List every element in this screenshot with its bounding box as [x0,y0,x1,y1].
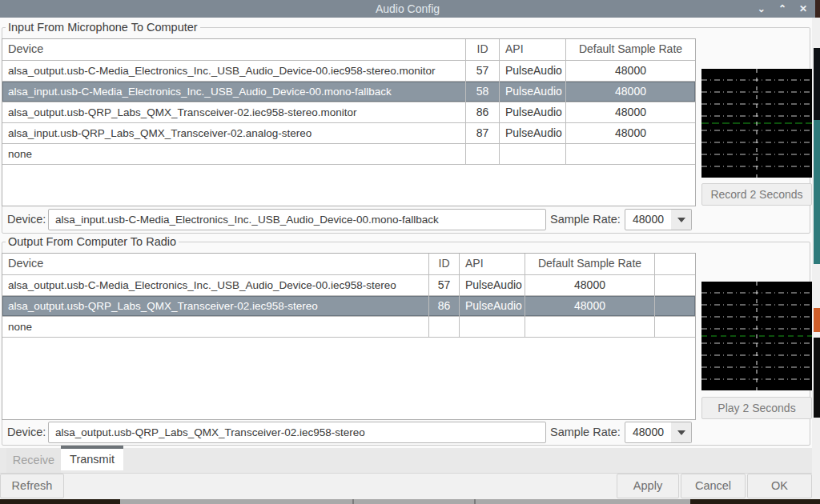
cell-id[interactable] [429,317,460,337]
ok-button[interactable]: OK [747,474,812,498]
output-group-title: Output From Computer To Radio [6,235,179,248]
desktop-bottom-sliver [0,499,820,504]
cell-device[interactable]: alsa_input.usb-C-Media_Electronics_Inc._… [2,82,466,102]
output-waveform-display [701,282,812,390]
cell-sample-rate[interactable]: 48000 [566,82,695,102]
window-title: Audio Config [376,2,440,15]
cell-id[interactable]: 87 [466,123,500,143]
table-empty-area [2,338,695,419]
cell-device[interactable]: alsa_output.usb-C-Media_Electronics_Inc.… [2,275,429,295]
sample-rate-label: Sample Rate: [550,426,621,438]
device-label: Device: [7,426,46,438]
cell-device[interactable]: alsa_output.usb-QRP_Labs_QMX_Transceiver… [2,102,466,122]
col-header-id[interactable]: ID [466,39,500,60]
tab-receive[interactable]: Receive [6,448,61,473]
input-device-field[interactable] [48,209,546,230]
chevron-down-icon [677,218,685,222]
output-device-table: Device ID API Default Sample Rate alsa_o… [2,253,696,420]
cell-empty [655,317,695,337]
cell-id[interactable]: 57 [466,61,500,81]
sample-rate-dropdown-button[interactable] [671,209,692,230]
table-header-row: Device ID API Default Sample Rate [2,39,695,61]
table-row[interactable]: alsa_input.usb-QRP_Labs_QMX_Transceiver-… [2,123,695,144]
input-group-title: Input From Microphone To Computer [6,21,200,34]
input-waveform-display [701,69,812,178]
cell-sample-rate[interactable]: 48000 [525,296,655,316]
cell-sample-rate[interactable]: 48000 [566,123,695,143]
play-2-seconds-button[interactable]: Play 2 Seconds [701,397,812,419]
sample-rate-select[interactable]: 48000 [625,422,672,443]
cell-sample-rate[interactable] [525,317,655,337]
cell-id[interactable]: 57 [429,275,460,295]
col-header-api[interactable]: API [460,254,525,274]
cell-sample-rate[interactable]: 48000 [566,102,695,122]
chevron-down-icon [677,430,685,435]
cell-api[interactable]: PulseAudio [500,123,566,143]
cell-api[interactable]: PulseAudio [460,296,525,316]
titlebar[interactable]: Audio Config [0,0,815,18]
window-controls: ⌄ ⌃ ✕ [758,0,807,18]
input-group: Input From Microphone To Computer Device… [2,27,810,234]
table-header-row: Device ID API Default Sample Rate [2,254,695,275]
cell-api[interactable]: PulseAudio [500,61,566,81]
cell-id[interactable] [466,144,500,164]
cell-empty [655,275,695,295]
cell-api[interactable] [460,317,525,337]
cell-device[interactable]: alsa_input.usb-QRP_Labs_QMX_Transceiver-… [2,123,466,143]
cell-api[interactable] [500,144,566,164]
cell-device[interactable]: alsa_output.usb-QRP_Labs_QMX_Transceiver… [2,296,429,316]
cell-empty [655,296,695,316]
sample-rate-label: Sample Rate: [550,213,621,226]
table-row-selected[interactable]: alsa_input.usb-C-Media_Electronics_Inc._… [2,82,695,102]
close-icon[interactable]: ✕ [799,0,807,18]
table-row-none[interactable]: none [2,144,695,165]
cell-id[interactable]: 86 [429,296,460,316]
col-header-device[interactable]: Device [2,254,429,274]
cell-id[interactable]: 86 [466,102,500,122]
desktop-right-sliver [812,18,820,499]
col-header-default-sample-rate[interactable]: Default Sample Rate [525,254,655,274]
record-2-seconds-button[interactable]: Record 2 Seconds [701,183,812,206]
maximize-icon[interactable]: ⌃ [778,0,786,18]
sample-rate-select[interactable]: 48000 [625,209,672,230]
col-header-device[interactable]: Device [2,39,466,60]
cell-device[interactable]: alsa_output.usb-C-Media_Electronics_Inc.… [2,61,466,81]
table-empty-area [2,165,695,206]
table-row-selected[interactable]: alsa_output.usb-QRP_Labs_QMX_Transceiver… [2,296,695,317]
cell-sample-rate[interactable]: 48000 [525,275,655,295]
cell-sample-rate[interactable] [566,144,695,164]
tab-transmit[interactable]: Transmit [61,446,123,470]
table-row[interactable]: alsa_output.usb-C-Media_Electronics_Inc.… [2,275,695,296]
apply-button[interactable]: Apply [617,474,679,498]
table-row[interactable]: alsa_output.usb-QRP_Labs_QMX_Transceiver… [2,102,695,123]
cell-device[interactable]: none [2,144,466,164]
output-device-field[interactable] [48,422,546,443]
output-device-row: Device: Sample Rate: 48000 [2,422,811,444]
input-device-table: Device ID API Default Sample Rate alsa_o… [2,38,696,206]
cell-id[interactable]: 58 [466,82,500,102]
cell-api[interactable]: PulseAudio [460,275,525,295]
col-header-default-sample-rate[interactable]: Default Sample Rate [566,39,695,60]
col-header-id[interactable]: ID [429,254,460,274]
cell-device[interactable]: none [2,317,429,337]
col-header-api[interactable]: API [500,39,566,60]
output-group: Output From Computer To Radio Device ID … [2,242,810,446]
col-header-empty [655,254,695,274]
cell-sample-rate[interactable]: 48000 [566,61,695,81]
input-device-row: Device: Sample Rate: 48000 [2,209,811,231]
cell-api[interactable]: PulseAudio [500,82,566,102]
desktop-corner-sliver [815,0,820,18]
table-row-none[interactable]: none [2,317,695,338]
cell-api[interactable]: PulseAudio [500,102,566,122]
refresh-button[interactable]: Refresh [0,474,64,498]
table-row[interactable]: alsa_output.usb-C-Media_Electronics_Inc.… [2,61,695,82]
sample-rate-dropdown-button[interactable] [671,422,692,443]
device-label: Device: [7,213,46,226]
audio-config-window: Audio Config ⌄ ⌃ ✕ Input From Microphone… [0,0,820,504]
cancel-button[interactable]: Cancel [681,474,746,498]
tab-bar: Receive Transmit [0,448,812,473]
minimize-icon[interactable]: ⌄ [758,0,766,18]
